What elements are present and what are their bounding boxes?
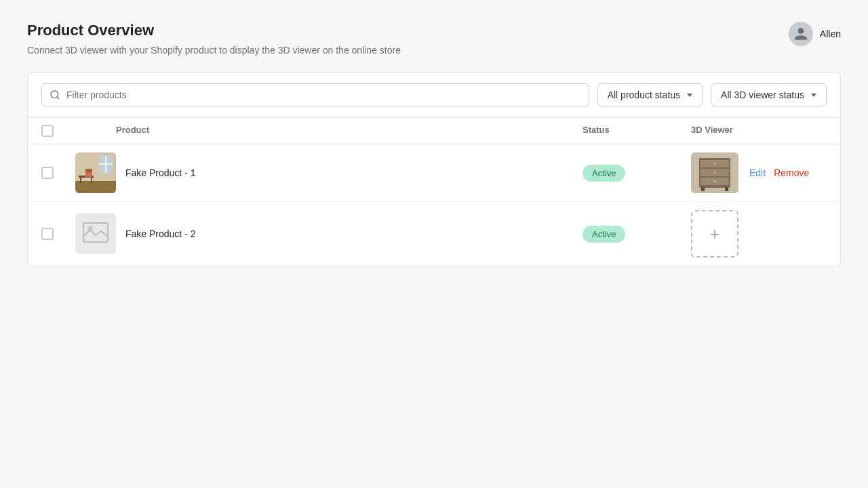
- row1-edit-button[interactable]: Edit: [749, 167, 766, 178]
- table-row: Fake Product - 2 Active +: [28, 202, 840, 266]
- title-section: Product Overview Connect 3D viewer with …: [27, 22, 789, 56]
- col-viewer: 3D Viewer: [691, 125, 827, 137]
- svg-rect-21: [713, 180, 716, 182]
- row2-add-viewer-button[interactable]: +: [691, 210, 738, 258]
- user-name: Allen: [820, 28, 841, 39]
- main-card: All product status All 3D viewer status …: [27, 72, 841, 266]
- row1-product-cell: Fake Product - 1: [75, 152, 583, 193]
- row1-checkbox-cell[interactable]: [41, 167, 75, 179]
- row1-action-links: Edit Remove: [749, 167, 809, 178]
- row2-checkbox[interactable]: [41, 228, 54, 240]
- page-title: Product Overview: [27, 22, 789, 39]
- row1-product-thumbnail: [75, 152, 116, 193]
- svg-rect-24: [75, 214, 116, 254]
- chevron-down-icon: [687, 94, 692, 97]
- row1-remove-button[interactable]: Remove: [774, 167, 809, 178]
- row1-status-badge: Active: [583, 165, 625, 182]
- viewer1-image: [691, 152, 738, 193]
- row2-status-badge: Active: [583, 226, 625, 243]
- row2-checkbox-cell[interactable]: [41, 228, 75, 240]
- add-icon: +: [709, 224, 719, 245]
- toolbar: All product status All 3D viewer status: [28, 73, 840, 118]
- col-status: Status: [583, 125, 691, 137]
- row1-viewer-thumbnail: [691, 152, 738, 193]
- header-area: Product Overview Connect 3D viewer with …: [27, 22, 841, 56]
- avatar-icon: [793, 26, 808, 41]
- col-product: Product: [75, 125, 583, 137]
- search-icon: [50, 89, 60, 100]
- svg-rect-23: [725, 187, 728, 191]
- svg-rect-10: [80, 178, 81, 183]
- product-status-dropdown[interactable]: All product status: [597, 83, 703, 106]
- row2-product-name: Fake Product - 2: [125, 228, 196, 239]
- row1-status-cell: Active: [583, 165, 691, 182]
- chevron-down-icon: [811, 94, 816, 97]
- svg-rect-11: [91, 178, 92, 183]
- svg-rect-13: [85, 169, 92, 172]
- svg-line-1: [57, 97, 59, 99]
- page-subtitle: Connect 3D viewer with your Shopify prod…: [27, 45, 789, 56]
- user-section: Allen: [789, 22, 841, 46]
- select-all-cell[interactable]: [41, 125, 75, 137]
- svg-rect-17: [713, 163, 716, 165]
- svg-rect-12: [85, 171, 92, 177]
- row1-product-name: Fake Product - 1: [125, 167, 196, 178]
- product1-image: [75, 152, 116, 193]
- row2-status-cell: Active: [583, 226, 691, 243]
- user-avatar[interactable]: [789, 22, 813, 46]
- table-header: Product Status 3D Viewer: [28, 118, 840, 144]
- svg-point-0: [51, 91, 58, 98]
- select-all-checkbox[interactable]: [41, 125, 54, 137]
- product2-image: [75, 214, 116, 254]
- table-row: Fake Product - 1 Active: [28, 144, 840, 202]
- row2-product-thumbnail: [75, 214, 116, 254]
- svg-rect-19: [713, 171, 716, 174]
- viewer-status-dropdown[interactable]: All 3D viewer status: [711, 83, 827, 106]
- search-input[interactable]: [41, 83, 589, 106]
- row2-viewer-cell: +: [691, 210, 827, 258]
- row1-checkbox[interactable]: [41, 167, 54, 179]
- row2-product-cell: Fake Product - 2: [75, 214, 583, 254]
- row1-viewer-cell: Edit Remove: [691, 152, 827, 193]
- search-wrapper: [41, 83, 589, 106]
- svg-rect-22: [701, 187, 705, 191]
